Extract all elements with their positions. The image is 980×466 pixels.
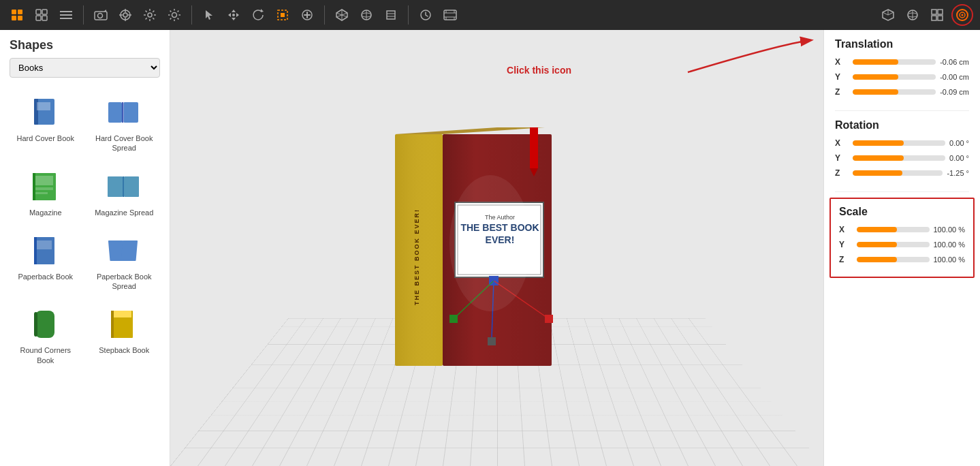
book-scene: The Author THE BEST BOOK EVER! THE BEST … — [381, 121, 613, 396]
scale-section: Scale X 100.00 % Y 100.00 % Z — [829, 198, 975, 278]
hard-cover-book-icon — [27, 94, 64, 131]
rotation-x-slider[interactable] — [853, 140, 945, 146]
paperback-book-spread-label: Paperback Book Spread — [93, 272, 157, 292]
scale-title: Scale — [839, 206, 965, 218]
translation-y-slider[interactable] — [853, 74, 936, 80]
shape-magazine-spread[interactable]: Magazine Spread — [89, 164, 161, 221]
orbit-icon[interactable] — [356, 5, 377, 25]
svg-rect-11 — [95, 12, 107, 20]
paperback-book-icon — [27, 232, 64, 269]
svg-rect-81 — [111, 311, 114, 338]
svg-rect-92 — [530, 127, 538, 168]
svg-point-15 — [123, 13, 127, 17]
move-tool-icon[interactable] — [223, 5, 244, 25]
clock-icon[interactable] — [415, 5, 436, 25]
main-area: Shapes Books Magazines Other Hard Cover … — [0, 30, 980, 466]
category-select[interactable]: Books Magazines Other — [10, 58, 160, 78]
magazine-spread-icon — [106, 168, 142, 205]
svg-rect-74 — [34, 237, 37, 264]
svg-rect-60 — [37, 102, 50, 110]
settings-icon[interactable] — [140, 5, 160, 25]
svg-rect-5 — [42, 10, 47, 14]
round-corners-book-label: Round Corners Book — [14, 345, 78, 365]
scale-z-value: 100.00 % — [934, 255, 966, 264]
rotation-z-value: -1.25 ° — [947, 169, 969, 177]
svg-rect-24 — [281, 13, 285, 17]
scale-y-row: Y 100.00 % — [839, 240, 965, 249]
stepback-book-label: Stepback Book — [99, 345, 149, 355]
add-object-icon[interactable] — [297, 5, 317, 25]
svg-rect-72 — [124, 176, 139, 197]
scale-z-row: Z 100.00 % — [839, 255, 965, 264]
shape-paperback-book-spread[interactable]: Paperback Book Spread — [89, 228, 161, 296]
hamburger-menu-icon[interactable] — [56, 5, 76, 25]
perspective-icon[interactable] — [332, 5, 352, 25]
svg-rect-1 — [18, 10, 22, 14]
svg-rect-53 — [932, 16, 936, 20]
svg-rect-52 — [938, 10, 943, 14]
scale-z-slider[interactable] — [857, 257, 930, 262]
shape-hard-cover-book-spread[interactable]: Hard Cover Book Spread — [89, 90, 161, 157]
layers-icon[interactable] — [381, 5, 401, 25]
shape-stepback-book[interactable]: Stepback Book — [89, 302, 161, 369]
svg-rect-98 — [488, 337, 496, 345]
3d-viewport[interactable]: The Author THE BEST BOOK EVER! THE BEST … — [170, 30, 823, 466]
svg-rect-51 — [932, 10, 936, 14]
divider1 — [83, 5, 84, 25]
scale-y-slider[interactable] — [857, 242, 930, 247]
svg-rect-78 — [35, 311, 54, 338]
round-corners-book-icon — [27, 306, 64, 343]
translation-x-label: X — [835, 57, 849, 67]
grid-view-icon[interactable] — [31, 5, 52, 25]
magazine-spread-label: Magazine Spread — [95, 208, 153, 217]
camera-icon[interactable] — [91, 5, 111, 25]
scale-z-fill — [857, 257, 897, 262]
scale-x-slider[interactable] — [857, 227, 930, 232]
shape-paperback-book[interactable]: Paperback Book — [10, 228, 82, 296]
shape-round-corners-book[interactable]: Round Corners Book — [10, 302, 82, 369]
main-toolbar — [0, 0, 980, 30]
svg-rect-2 — [12, 16, 16, 20]
divider3 — [324, 5, 325, 25]
rotation-y-label: Y — [835, 153, 849, 163]
shape-magazine[interactable]: Magazine — [10, 164, 82, 221]
rotation-x-label: X — [835, 138, 849, 148]
scale-x-label: X — [839, 225, 853, 234]
select-tool-icon[interactable] — [199, 5, 219, 25]
sidebar-title: Shapes — [0, 30, 170, 58]
svg-line-47 — [888, 12, 894, 15]
rotate-tool-icon[interactable] — [248, 5, 268, 25]
rotation-z-row: Z -1.25 ° — [835, 168, 969, 178]
rotation-z-label: Z — [835, 168, 849, 178]
film-icon[interactable] — [440, 5, 460, 25]
cube-view-icon[interactable] — [878, 5, 898, 25]
svg-rect-67 — [35, 176, 53, 185]
scale-x-row: X 100.00 % — [839, 225, 965, 234]
scale-properties-icon[interactable] — [951, 4, 973, 26]
rotation-y-slider[interactable] — [853, 155, 945, 161]
translation-x-slider[interactable] — [853, 59, 936, 65]
translation-z-slider[interactable] — [853, 89, 936, 95]
svg-rect-82 — [114, 311, 131, 317]
shape-hard-cover-book[interactable]: Hard Cover Book — [10, 90, 82, 157]
svg-rect-63 — [123, 102, 138, 123]
grid-toggle-icon[interactable] — [927, 5, 947, 25]
sun-icon[interactable] — [164, 5, 185, 25]
target-icon[interactable] — [115, 5, 136, 25]
sphere-view-icon[interactable] — [902, 5, 923, 25]
svg-point-21 — [172, 13, 177, 18]
rotation-z-slider[interactable] — [853, 170, 943, 176]
scale-x-value: 100.00 % — [934, 226, 966, 234]
paperback-book-label: Paperback Book — [18, 272, 73, 281]
svg-point-20 — [148, 13, 152, 17]
translation-y-row: Y -0.00 cm — [835, 72, 969, 82]
app-menu-icon[interactable] — [7, 5, 27, 25]
translation-y-fill — [853, 74, 898, 80]
svg-point-102 — [449, 175, 531, 311]
scale-select-tool-icon[interactable] — [272, 5, 293, 25]
click-icon-annotation: Click this icon — [507, 65, 571, 76]
svg-rect-77 — [121, 240, 138, 261]
rotation-x-row: X 0.00 ° — [835, 138, 969, 148]
shapes-sidebar: Shapes Books Magazines Other Hard Cover … — [0, 30, 170, 466]
scale-y-label: Y — [839, 240, 853, 249]
